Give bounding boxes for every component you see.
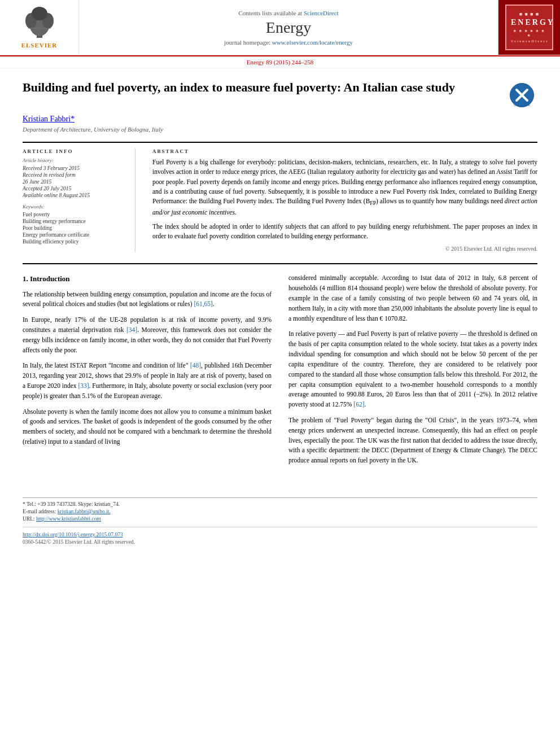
article-citation-bar: Energy 89 (2015) 244–258 bbox=[0, 56, 560, 68]
body-two-col: 1. Introduction The relationship between… bbox=[23, 273, 537, 483]
article-footer: http://dx.doi.org/10.1016/j.energy.2015.… bbox=[23, 527, 537, 551]
author-affiliation: Department of Architecture, University o… bbox=[23, 126, 537, 133]
footer-doi: http://dx.doi.org/10.1016/j.energy.2015.… bbox=[23, 532, 537, 538]
article-history-label: Article history: bbox=[23, 158, 126, 163]
energy-logo: ■ ■ ■ ■ ENERGY ■ ■ ■ ■ ■ ■ ■ ScienceDire… bbox=[505, 5, 553, 50]
article-meta-row: ARTICLE INFO Article history: Received 3… bbox=[23, 142, 537, 252]
keyword-1: Building energy performance bbox=[23, 219, 126, 224]
elsevier-logo: ELSEVIER bbox=[0, 0, 79, 55]
footer-issn: 0360-5442/© 2015 Elsevier Ltd. All right… bbox=[23, 539, 537, 545]
footnote-email-row: E-mail address: kristian.fabbri@unibo.it… bbox=[23, 509, 537, 514]
body-left-p3: Absolute poverty is when the family inco… bbox=[23, 407, 272, 447]
elsevier-tree-icon bbox=[20, 7, 59, 41]
body-left-p2: In Italy, the latest ISTAT Report "Incom… bbox=[23, 361, 272, 401]
footnote-content: * Tel.: +39 339 7437328. Skype: kristian… bbox=[23, 497, 537, 522]
keyword-4: Building efficiency policy bbox=[23, 239, 126, 244]
elsevier-label: ELSEVIER bbox=[21, 42, 58, 49]
footnote-tel: * Tel.: +39 339 7437328. Skype: kristian… bbox=[23, 501, 537, 507]
abstract-paragraph-0: Fuel Poverty is a big challenge for ever… bbox=[152, 158, 537, 217]
history-item-0: Received 3 February 2015 bbox=[23, 165, 126, 171]
keyword-0: Fuel poverty bbox=[23, 212, 126, 217]
footnote-email-link[interactable]: kristian.fabbri@unibo.it. bbox=[58, 509, 111, 514]
author-name: Kristian Fabbri* bbox=[23, 115, 537, 124]
article-info-column: ARTICLE INFO Article history: Received 3… bbox=[23, 148, 135, 252]
body-right-p0: considered minimally acceptable. Accordi… bbox=[288, 273, 537, 324]
svg-point-4 bbox=[32, 7, 47, 20]
journal-center: Contents lists available at ScienceDirec… bbox=[79, 0, 498, 55]
abstract-text: Fuel Poverty is a big challenge for ever… bbox=[152, 158, 537, 241]
article-title-section: Building and fuel poverty, an index to m… bbox=[23, 80, 537, 110]
footnote-url-row: URL: http://www.kristianfabbri.com bbox=[23, 516, 537, 522]
footnote-url-link[interactable]: http://www.kristianfabbri.com bbox=[36, 516, 101, 522]
abstract-paragraph-1: The index should be adopted in order to … bbox=[152, 222, 537, 242]
body-right-p1: In relative poverty — and Fuel Poverty i… bbox=[288, 329, 537, 410]
article-title: Building and fuel poverty, an index to m… bbox=[23, 80, 501, 96]
journal-header: ELSEVIER Contents lists available at Sci… bbox=[0, 0, 560, 56]
article-content: Building and fuel poverty, an index to m… bbox=[0, 68, 560, 494]
keyword-2: Poor building bbox=[23, 225, 126, 231]
keyword-3: Energy performance certificate bbox=[23, 232, 126, 238]
svg-text:CrossMark: CrossMark bbox=[514, 103, 531, 107]
abstract-label: ABSTRACT bbox=[152, 148, 537, 154]
body-right-col: considered minimally acceptable. Accordi… bbox=[288, 273, 537, 471]
history-item-2: 26 June 2015 bbox=[23, 179, 126, 185]
article-info-label: ARTICLE INFO bbox=[23, 148, 126, 154]
homepage-url[interactable]: www.elsevier.com/locate/energy bbox=[272, 39, 353, 46]
body-left-p0: The relationship between building energy… bbox=[23, 290, 272, 310]
keywords-label: Keywords: bbox=[23, 204, 126, 209]
journal-name: Energy bbox=[266, 19, 311, 37]
footnote-section: * Tel.: +39 339 7437328. Skype: kristian… bbox=[0, 494, 560, 527]
body-right-p2: The problem of "Fuel Poverty" began duri… bbox=[288, 416, 537, 466]
crossmark-logo[interactable]: CrossMark bbox=[509, 82, 537, 110]
history-item-3: Accepted 20 July 2015 bbox=[23, 186, 126, 191]
sciencedirect-link: Contents lists available at ScienceDirec… bbox=[238, 10, 338, 16]
body-divider bbox=[23, 263, 537, 264]
history-item-1: Received in revised form bbox=[23, 172, 126, 178]
sciencedirect-anchor[interactable]: ScienceDirect bbox=[304, 10, 339, 16]
energy-logo-box: ■ ■ ■ ■ ENERGY ■ ■ ■ ■ ■ ■ ■ ScienceDire… bbox=[498, 0, 560, 55]
history-item-4: Available online 8 August 2015 bbox=[23, 193, 126, 198]
journal-top-bar: ELSEVIER Contents lists available at Sci… bbox=[0, 0, 560, 55]
abstract-column: ABSTRACT Fuel Poverty is a big challenge… bbox=[152, 148, 537, 252]
copyright-line: © 2015 Elsevier Ltd. All rights reserved… bbox=[152, 246, 537, 252]
body-left-col: 1. Introduction The relationship between… bbox=[23, 273, 272, 471]
body-left-p1: In Europe, nearly 17% of the UE-28 popul… bbox=[23, 315, 272, 355]
crossmark-icon: CrossMark bbox=[509, 82, 535, 108]
section1-heading: 1. Introduction bbox=[23, 273, 272, 285]
journal-homepage: journal homepage: www.elsevier.com/locat… bbox=[224, 39, 353, 46]
